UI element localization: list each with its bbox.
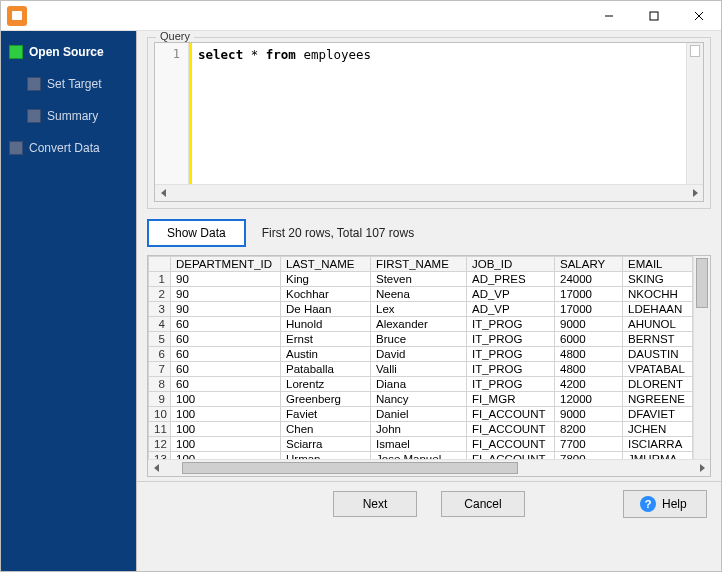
cell[interactable]: 24000 bbox=[555, 272, 623, 287]
table-row[interactable]: 860LorentzDianaIT_PROG4200DLORENT bbox=[149, 377, 693, 392]
cell[interactable]: 7700 bbox=[555, 437, 623, 452]
cell[interactable]: 4800 bbox=[555, 362, 623, 377]
cell[interactable]: 90 bbox=[171, 272, 281, 287]
table-row[interactable]: 660AustinDavidIT_PROG4800DAUSTIN bbox=[149, 347, 693, 362]
cell[interactable]: Steven bbox=[371, 272, 467, 287]
cell[interactable]: IT_PROG bbox=[467, 332, 555, 347]
scroll-right-icon[interactable] bbox=[693, 460, 710, 476]
cell[interactable]: Bruce bbox=[371, 332, 467, 347]
table-row[interactable]: 10100FavietDanielFI_ACCOUNT9000DFAVIET bbox=[149, 407, 693, 422]
editor-horizontal-scrollbar[interactable] bbox=[155, 184, 703, 201]
cell[interactable]: Valli bbox=[371, 362, 467, 377]
cell[interactable]: Sciarra bbox=[281, 437, 371, 452]
cell[interactable]: BERNST bbox=[623, 332, 693, 347]
nav-step-set-target[interactable]: Set Target bbox=[25, 73, 130, 95]
cell[interactable]: Nancy bbox=[371, 392, 467, 407]
editor-vertical-scrollbar[interactable] bbox=[686, 43, 703, 184]
nav-step-summary[interactable]: Summary bbox=[25, 105, 130, 127]
cell[interactable]: AHUNOL bbox=[623, 317, 693, 332]
table-row[interactable]: 560ErnstBruceIT_PROG6000BERNST bbox=[149, 332, 693, 347]
cell[interactable]: 17000 bbox=[555, 287, 623, 302]
table-row[interactable]: 13100UrmanJose ManuelFI_ACCOUNT7800JMURM… bbox=[149, 452, 693, 460]
table-row[interactable]: 9100GreenbergNancyFI_MGR12000NGREENE bbox=[149, 392, 693, 407]
cell[interactable]: Lorentz bbox=[281, 377, 371, 392]
cell[interactable]: 8200 bbox=[555, 422, 623, 437]
scrollbar-thumb[interactable] bbox=[696, 258, 708, 308]
column-header[interactable]: LAST_NAME bbox=[281, 257, 371, 272]
cell[interactable]: 17000 bbox=[555, 302, 623, 317]
cell[interactable]: JCHEN bbox=[623, 422, 693, 437]
cell[interactable]: Austin bbox=[281, 347, 371, 362]
cell[interactable]: David bbox=[371, 347, 467, 362]
cell[interactable]: Diana bbox=[371, 377, 467, 392]
cell[interactable]: ISCIARRA bbox=[623, 437, 693, 452]
cell[interactable]: FI_MGR bbox=[467, 392, 555, 407]
scroll-right-icon[interactable] bbox=[686, 185, 703, 201]
cell[interactable]: 100 bbox=[171, 437, 281, 452]
minimize-button[interactable] bbox=[586, 1, 631, 31]
cell[interactable]: 90 bbox=[171, 302, 281, 317]
table-row[interactable]: 190KingStevenAD_PRES24000SKING bbox=[149, 272, 693, 287]
cell[interactable]: Alexander bbox=[371, 317, 467, 332]
cell[interactable]: Neena bbox=[371, 287, 467, 302]
table-row[interactable]: 12100SciarraIsmaelFI_ACCOUNT7700ISCIARRA bbox=[149, 437, 693, 452]
cell[interactable]: SKING bbox=[623, 272, 693, 287]
results-table[interactable]: DEPARTMENT_IDLAST_NAMEFIRST_NAMEJOB_IDSA… bbox=[148, 256, 693, 459]
cell[interactable]: Lex bbox=[371, 302, 467, 317]
grid-horizontal-scrollbar[interactable] bbox=[148, 459, 710, 476]
cell[interactable]: Greenberg bbox=[281, 392, 371, 407]
cell[interactable]: Kochhar bbox=[281, 287, 371, 302]
cell[interactable]: 12000 bbox=[555, 392, 623, 407]
table-row[interactable]: 460HunoldAlexanderIT_PROG9000AHUNOL bbox=[149, 317, 693, 332]
cell[interactable]: 60 bbox=[171, 362, 281, 377]
cell[interactable]: 60 bbox=[171, 332, 281, 347]
cell[interactable]: AD_VP bbox=[467, 302, 555, 317]
table-row[interactable]: 11100ChenJohnFI_ACCOUNT8200JCHEN bbox=[149, 422, 693, 437]
show-data-button[interactable]: Show Data bbox=[147, 219, 246, 247]
cell[interactable]: FI_ACCOUNT bbox=[467, 437, 555, 452]
column-header[interactable]: DEPARTMENT_ID bbox=[171, 257, 281, 272]
cell[interactable]: FI_ACCOUNT bbox=[467, 452, 555, 460]
cell[interactable]: DLORENT bbox=[623, 377, 693, 392]
scroll-left-icon[interactable] bbox=[155, 185, 172, 201]
column-header[interactable]: EMAIL bbox=[623, 257, 693, 272]
cell[interactable]: 7800 bbox=[555, 452, 623, 460]
cell[interactable]: 60 bbox=[171, 317, 281, 332]
cancel-button[interactable]: Cancel bbox=[441, 491, 525, 517]
cell[interactable]: Ismael bbox=[371, 437, 467, 452]
cell[interactable]: Urman bbox=[281, 452, 371, 460]
sql-code[interactable]: select * from employees bbox=[192, 43, 686, 184]
cell[interactable]: 90 bbox=[171, 287, 281, 302]
cell[interactable]: 4200 bbox=[555, 377, 623, 392]
cell[interactable]: FI_ACCOUNT bbox=[467, 422, 555, 437]
column-header[interactable]: SALARY bbox=[555, 257, 623, 272]
cell[interactable]: IT_PROG bbox=[467, 362, 555, 377]
cell[interactable]: 60 bbox=[171, 377, 281, 392]
help-button[interactable]: ? Help bbox=[623, 490, 707, 518]
table-row[interactable]: 290KochharNeenaAD_VP17000NKOCHH bbox=[149, 287, 693, 302]
cell[interactable]: Jose Manuel bbox=[371, 452, 467, 460]
cell[interactable]: King bbox=[281, 272, 371, 287]
cell[interactable]: 60 bbox=[171, 347, 281, 362]
cell[interactable]: DFAVIET bbox=[623, 407, 693, 422]
cell[interactable]: 100 bbox=[171, 407, 281, 422]
cell[interactable]: Hunold bbox=[281, 317, 371, 332]
cell[interactable]: De Haan bbox=[281, 302, 371, 317]
nav-step-open-source[interactable]: Open Source bbox=[7, 41, 130, 63]
close-button[interactable] bbox=[676, 1, 721, 31]
cell[interactable]: 9000 bbox=[555, 407, 623, 422]
cell[interactable]: NKOCHH bbox=[623, 287, 693, 302]
cell[interactable]: FI_ACCOUNT bbox=[467, 407, 555, 422]
column-header[interactable]: FIRST_NAME bbox=[371, 257, 467, 272]
cell[interactable]: Ernst bbox=[281, 332, 371, 347]
scroll-left-icon[interactable] bbox=[148, 460, 165, 476]
maximize-button[interactable] bbox=[631, 1, 676, 31]
cell[interactable]: LDEHAAN bbox=[623, 302, 693, 317]
grid-vertical-scrollbar[interactable] bbox=[693, 256, 710, 459]
next-button[interactable]: Next bbox=[333, 491, 417, 517]
cell[interactable]: 9000 bbox=[555, 317, 623, 332]
cell[interactable]: IT_PROG bbox=[467, 377, 555, 392]
cell[interactable]: IT_PROG bbox=[467, 347, 555, 362]
cell[interactable]: Chen bbox=[281, 422, 371, 437]
cell[interactable]: JMURMA bbox=[623, 452, 693, 460]
